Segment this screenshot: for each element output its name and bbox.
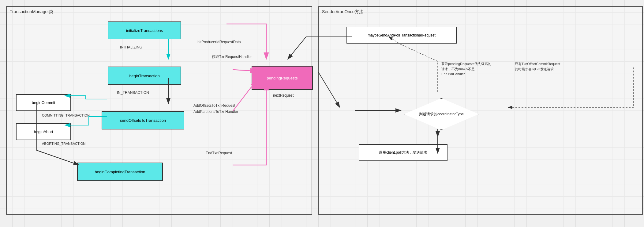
- label-getPendingRequests: 获取pendingRequests优先级高的 请求，不为null&&不是 End…: [441, 61, 491, 77]
- right-panel-label: Sender#runOnce方法: [322, 9, 363, 15]
- box-maybeSendAndPoll: maybeSendAndPollTransactionalRequest: [346, 27, 457, 44]
- diamond-coordinatorType: 判断请求的coordinatorType: [405, 99, 478, 129]
- box-beginTransaction: beginTransaction: [108, 67, 181, 85]
- right-panel: Sender#runOnce方法 maybeSendAndPollTransac…: [318, 6, 643, 215]
- canvas: TransactionManager类 initializeTransactio…: [0, 0, 644, 227]
- label-getTxnRequestHandler: 获取TxnRequestHandler: [212, 54, 252, 60]
- label-addOffsets: AddOffsetsToTxnRequest: [193, 103, 235, 108]
- left-panel-label: TransactionManager类: [10, 9, 53, 15]
- box-beginAbort: beginAbort: [16, 123, 71, 140]
- label-addPartitions: AddPartitionsToTxnHandler: [193, 110, 238, 114]
- label-aborting: ABORTING_TRANSACTION: [42, 142, 85, 145]
- left-panel: TransactionManager类 initializeTransactio…: [6, 6, 312, 215]
- label-initProducerIdRequest: InitProducerIdRequestData: [197, 40, 241, 44]
- box-beginCompletingTransaction: beginCompletingTransaction: [77, 163, 163, 181]
- box-beginCommit: beginCommit: [16, 94, 71, 111]
- box-initializeTransactions: initializeTransactions: [108, 21, 181, 39]
- box-callClientPoll: 调用client.poll方法，发送请求: [359, 144, 447, 161]
- label-initializing: INITIALIZING: [120, 45, 142, 49]
- label-nextRequest: nextRequest: [273, 93, 294, 98]
- label-onlyWhen: 只有TxnOffsetCommitRequest 的时候才会向GC发送请求: [515, 61, 560, 71]
- label-in-transaction: IN_TRANSACTION: [117, 90, 149, 95]
- box-sendOffsetsToTransaction: sendOffsetsToTransaction: [102, 111, 184, 129]
- label-endTxnRequest: EndTxnRequest: [206, 151, 232, 155]
- box-pendingRequests: pendingRequests: [252, 66, 313, 90]
- label-committing: COMMITTING_TRANSACTION: [42, 113, 90, 117]
